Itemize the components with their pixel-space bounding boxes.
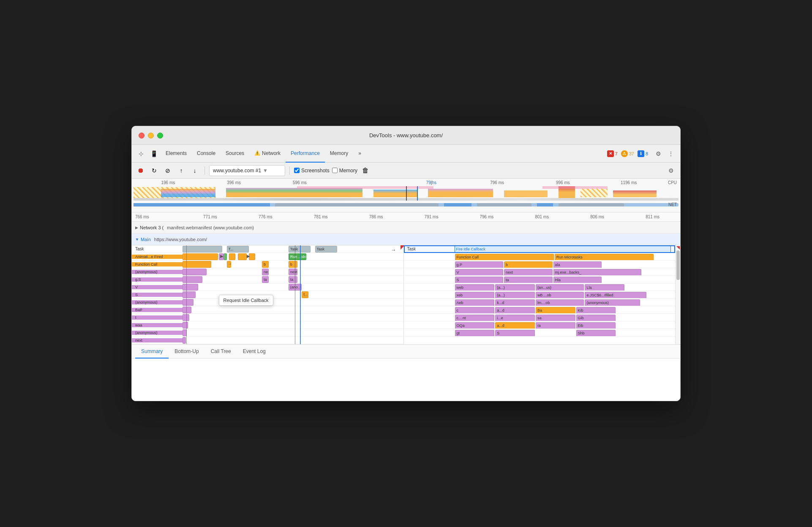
flame-bar[interactable]: [183, 291, 196, 298]
table-row: g.S ta ta: [132, 276, 403, 283]
flame-bar[interactable]: c: [455, 307, 495, 313]
inspect-element-icon[interactable]: ⊹: [135, 148, 147, 160]
flame-bar[interactable]: xeb: [455, 292, 495, 298]
flame-bar[interactable]: Kib: [576, 307, 616, 313]
flame-bar[interactable]: Hla: [553, 277, 602, 283]
vertical-scrollbar[interactable]: [675, 245, 680, 344]
more-options-icon[interactable]: ⋮: [665, 148, 677, 160]
flame-bar[interactable]: lm....ob: [536, 299, 584, 306]
flame-bar[interactable]: (anonymous): [585, 299, 640, 306]
tab-event-log[interactable]: Event Log: [237, 345, 272, 359]
tab-sources[interactable]: Sources: [221, 145, 249, 163]
minimize-button[interactable]: [148, 133, 154, 139]
upload-button[interactable]: ↑: [176, 165, 187, 176]
perf-settings-icon[interactable]: ⚙: [665, 165, 677, 177]
flame-bar[interactable]: (a...): [495, 292, 535, 298]
flame-bar[interactable]: gt: [455, 330, 495, 336]
tab-overflow[interactable]: »: [353, 145, 366, 163]
flame-bar[interactable]: [183, 307, 191, 313]
flame-bar[interactable]: next: [504, 269, 553, 275]
flame-bar[interactable]: Task: [315, 246, 337, 253]
flame-bar[interactable]: Run ...sks: [289, 253, 306, 260]
flame-bar[interactable]: T...: [227, 246, 249, 253]
flame-bar[interactable]: V: [455, 269, 504, 275]
flame-bar[interactable]: sa: [536, 315, 575, 321]
flame-bar[interactable]: [229, 253, 236, 260]
timeline-overview[interactable]: 196 ms 396 ms 596 ms 79|hs 796 ms 996 ms…: [132, 179, 680, 212]
flame-bar[interactable]: [223, 253, 227, 260]
tab-network[interactable]: ⚠️ Network: [249, 145, 286, 163]
flame-bar[interactable]: ala: [553, 261, 602, 268]
network-section-header[interactable]: ▶ Network 3 ( manifest.webmanifest (www.…: [132, 222, 680, 234]
tab-console[interactable]: Console: [192, 145, 221, 163]
flame-bar[interactable]: f...: [302, 291, 308, 298]
flame-bar[interactable]: Lla: [585, 284, 624, 291]
flame-bar[interactable]: OQa: [455, 322, 495, 329]
refresh-button[interactable]: ↻: [149, 165, 160, 176]
download-button[interactable]: ↓: [189, 165, 200, 176]
fire-idle-bar[interactable]: Fire Idle Callback: [455, 246, 671, 253]
memory-checkbox[interactable]: [332, 168, 338, 173]
flame-bar[interactable]: Shb: [576, 330, 616, 336]
flame-bar[interactable]: Aeb: [455, 299, 495, 306]
main-section-header[interactable]: ▼ Main https://www.youtube.com/: [132, 234, 680, 245]
flame-bar[interactable]: mj.exe...backs_: [553, 269, 641, 275]
flame-bar[interactable]: ra: [536, 322, 575, 329]
flame-bar[interactable]: c....nt: [455, 315, 495, 321]
maximize-button[interactable]: [157, 133, 163, 139]
clear-button[interactable]: ⊘: [162, 165, 173, 176]
tab-memory[interactable]: Memory: [325, 145, 353, 163]
flame-bar[interactable]: wB....ob: [536, 292, 584, 298]
flame-bar[interactable]: [183, 299, 193, 306]
flame-bar[interactable]: Run Microtasks: [555, 254, 654, 260]
flame-bar[interactable]: (an...us): [536, 284, 584, 291]
screenshots-checkbox-group[interactable]: Screenshots: [294, 168, 330, 174]
flame-bar[interactable]: web: [455, 284, 495, 291]
flame-bar[interactable]: next: [289, 269, 297, 275]
tab-elements[interactable]: Elements: [161, 145, 192, 163]
net-label: NET: [668, 202, 677, 207]
clear-recording-icon[interactable]: 🗑: [360, 165, 371, 176]
flame-bar[interactable]: Ba: [536, 307, 575, 313]
flame-bar[interactable]: S: [495, 330, 535, 336]
flame-bar[interactable]: b: [289, 261, 297, 268]
flame-bar[interactable]: [183, 284, 198, 291]
flame-bar[interactable]: [238, 253, 247, 260]
flame-bar[interactable]: (a...): [495, 284, 535, 291]
url-dropdown-icon[interactable]: ▼: [263, 168, 268, 174]
flame-bar[interactable]: Task: [289, 246, 311, 253]
flame-bar[interactable]: a...d: [495, 322, 535, 329]
flame-bar[interactable]: [183, 276, 202, 283]
device-toolbar-icon[interactable]: 📱: [148, 148, 160, 160]
flame-bar[interactable]: a...d: [495, 307, 535, 313]
flame-bar[interactable]: [183, 337, 186, 344]
flame-bar[interactable]: [183, 253, 218, 260]
close-button[interactable]: [139, 133, 144, 139]
flame-bar[interactable]: [183, 322, 188, 329]
flame-bar[interactable]: e.JSC$6...Ifilled: [585, 292, 646, 298]
flame-bar[interactable]: k...d: [495, 299, 535, 306]
memory-checkbox-group[interactable]: Memory: [332, 168, 357, 174]
settings-icon[interactable]: ⚙: [652, 148, 664, 160]
record-button[interactable]: ⏺: [135, 165, 146, 176]
flame-bar[interactable]: Gib: [576, 315, 616, 321]
tab-performance[interactable]: Performance: [286, 145, 325, 163]
scrollbar-thumb[interactable]: [676, 250, 680, 280]
flame-bar[interactable]: [183, 261, 211, 268]
flame-bar[interactable]: ta: [504, 277, 553, 283]
flame-bar[interactable]: g.P: [455, 261, 504, 268]
tab-summary[interactable]: Summary: [135, 345, 169, 359]
flame-bar[interactable]: Function Call: [455, 254, 554, 260]
flame-bar[interactable]: Eib: [576, 322, 616, 329]
tab-bottom-up[interactable]: Bottom-Up: [169, 345, 204, 359]
flame-bar[interactable]: i...e: [495, 315, 535, 321]
flame-bar[interactable]: S: [455, 277, 504, 283]
flame-bar[interactable]: b: [262, 261, 269, 268]
screenshots-checkbox[interactable]: [294, 168, 300, 173]
flame-bar[interactable]: ta: [289, 276, 297, 283]
flame-bar[interactable]: next: [262, 269, 269, 275]
flame-bar[interactable]: ta: [262, 276, 269, 283]
flame-bar[interactable]: b: [504, 261, 553, 268]
flame-bar[interactable]: [183, 246, 222, 253]
tab-call-tree[interactable]: Call Tree: [205, 345, 237, 359]
